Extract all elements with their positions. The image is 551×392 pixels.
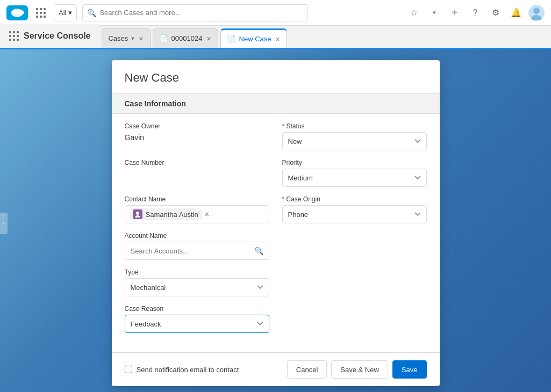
- notifications-icon[interactable]: 🔔: [508, 5, 524, 21]
- user-avatar[interactable]: [528, 5, 545, 21]
- search-icon: 🔍: [87, 9, 96, 17]
- account-search-icon: 🔍: [254, 246, 263, 255]
- account-name-label: Account Name: [125, 232, 269, 239]
- expand-handle[interactable]: ‹: [0, 213, 8, 234]
- modal-header: New Case: [112, 60, 440, 94]
- section-header: Case Information: [112, 94, 440, 114]
- form-row-5: Type Mechanical Electrical Electronic St…: [125, 268, 427, 296]
- top-nav: All ▾ 🔍 ☆ ▾ + ? ⚙ 🔔: [0, 0, 551, 26]
- status-select[interactable]: New Working Escalated Closed: [282, 132, 427, 150]
- contact-name-field: Contact Name Samantha Austin ×: [125, 195, 269, 223]
- tab-cases-close-icon[interactable]: ×: [139, 34, 143, 43]
- setup-icon[interactable]: ⚙: [488, 5, 504, 21]
- tab-cases-dropdown-icon[interactable]: ▾: [131, 35, 134, 42]
- priority-select[interactable]: Low Medium High Urgent: [282, 169, 427, 187]
- form-row-4: Account Name 🔍: [125, 232, 427, 260]
- case-origin-label: Case Origin: [282, 195, 427, 203]
- new-case-modal: New Case Case Information Case Owner Gav…: [112, 60, 440, 386]
- app-name: Service Console: [0, 24, 99, 48]
- svg-point-3: [136, 212, 139, 215]
- case-number-value: [125, 169, 269, 171]
- case-number-field: Case Number: [125, 159, 269, 187]
- account-search-input[interactable]: [131, 247, 251, 255]
- search-scope-dropdown[interactable]: All ▾: [54, 4, 77, 21]
- global-search[interactable]: 🔍: [82, 4, 308, 21]
- placeholder-col: [282, 232, 427, 260]
- case-origin-field: Case Origin Phone Email Web: [282, 195, 427, 223]
- tab-00001024[interactable]: 📄 00001024 ×: [153, 28, 218, 48]
- tab-new-case-close-icon[interactable]: ×: [276, 35, 280, 43]
- case-owner-value: Gavin: [125, 132, 269, 143]
- favorites-dropdown[interactable]: ▾: [426, 5, 442, 21]
- account-name-field: Account Name 🔍: [125, 232, 269, 260]
- form-row-2: Case Number Priority Low Medium High Urg…: [125, 159, 427, 187]
- form-row-3: Contact Name Samantha Austin × Case Orig…: [125, 195, 427, 223]
- status-field: Status New Working Escalated Closed: [282, 122, 427, 150]
- contact-token-field[interactable]: Samantha Austin ×: [125, 205, 269, 223]
- form-row-6: Case Reason Instructions not clear Missi…: [125, 305, 427, 333]
- tab-cases[interactable]: Cases ▾ ×: [102, 28, 151, 48]
- case-reason-field: Case Reason Instructions not clear Missi…: [125, 305, 269, 333]
- svg-point-1: [533, 8, 540, 14]
- svg-point-2: [531, 15, 542, 20]
- search-input[interactable]: [99, 9, 303, 17]
- type-field: Type Mechanical Electrical Electronic St…: [125, 268, 269, 296]
- save-new-button[interactable]: Save & New: [331, 360, 388, 379]
- modal-title: New Case: [125, 71, 427, 85]
- nav-right-actions: ☆ ▾ + ? ⚙ 🔔: [406, 5, 545, 21]
- form-body: Case Owner Gavin Status New Working Esca…: [112, 114, 440, 352]
- notify-checkbox[interactable]: [125, 366, 132, 373]
- priority-label: Priority: [282, 159, 427, 166]
- tab-new-case[interactable]: 📄 New Case ×: [220, 28, 287, 48]
- case-origin-select[interactable]: Phone Email Web: [282, 205, 427, 223]
- main-area: ‹ New Case Case Information Case Owner G…: [0, 49, 551, 392]
- contact-name-label: Contact Name: [125, 195, 269, 203]
- footer-buttons: Cancel Save & New Save: [287, 360, 427, 379]
- tab-00001024-label: 00001024: [171, 34, 203, 42]
- priority-field: Priority Low Medium High Urgent: [282, 159, 427, 187]
- tab-new-case-icon: 📄: [227, 35, 236, 43]
- tab-cases-label: Cases: [109, 34, 128, 42]
- add-icon[interactable]: +: [447, 5, 463, 21]
- contact-token: Samantha Austin: [130, 208, 202, 220]
- account-search-field[interactable]: 🔍: [125, 242, 269, 260]
- app-launcher-icon[interactable]: [33, 5, 48, 20]
- cancel-button[interactable]: Cancel: [287, 360, 327, 379]
- case-owner-field: Case Owner Gavin: [125, 122, 269, 150]
- tab-00001024-close-icon[interactable]: ×: [206, 34, 211, 43]
- help-icon[interactable]: ?: [467, 5, 483, 21]
- tab-case-icon: 📄: [160, 34, 168, 42]
- tab-new-case-label: New Case: [239, 35, 271, 43]
- save-button[interactable]: Save: [392, 360, 427, 379]
- notify-checkbox-label[interactable]: Send notification email to contact: [125, 366, 239, 374]
- form-row-1: Case Owner Gavin Status New Working Esca…: [125, 122, 427, 150]
- case-reason-select[interactable]: Instructions not clear Missing parts Per…: [125, 315, 269, 333]
- contact-token-remove-icon[interactable]: ×: [205, 210, 209, 218]
- favorites-icon[interactable]: ☆: [406, 5, 422, 21]
- case-number-label: Case Number: [125, 159, 269, 166]
- modal-footer: Send notification email to contact Cance…: [112, 352, 440, 386]
- type-right-col: [282, 268, 427, 296]
- salesforce-logo[interactable]: [6, 5, 28, 20]
- app-grid-icon[interactable]: [9, 31, 19, 41]
- case-reason-label: Case Reason: [125, 305, 269, 313]
- type-select[interactable]: Mechanical Electrical Electronic Structu…: [125, 278, 269, 296]
- tab-bar: Service Console Cases ▾ × 📄 00001024 × 📄…: [0, 26, 551, 49]
- notify-label: Send notification email to contact: [137, 366, 239, 374]
- status-label: Status: [282, 122, 427, 130]
- case-owner-label: Case Owner: [125, 122, 269, 130]
- type-label: Type: [125, 268, 269, 276]
- contact-token-icon: [133, 209, 142, 219]
- contact-name-value: Samantha Austin: [146, 210, 198, 219]
